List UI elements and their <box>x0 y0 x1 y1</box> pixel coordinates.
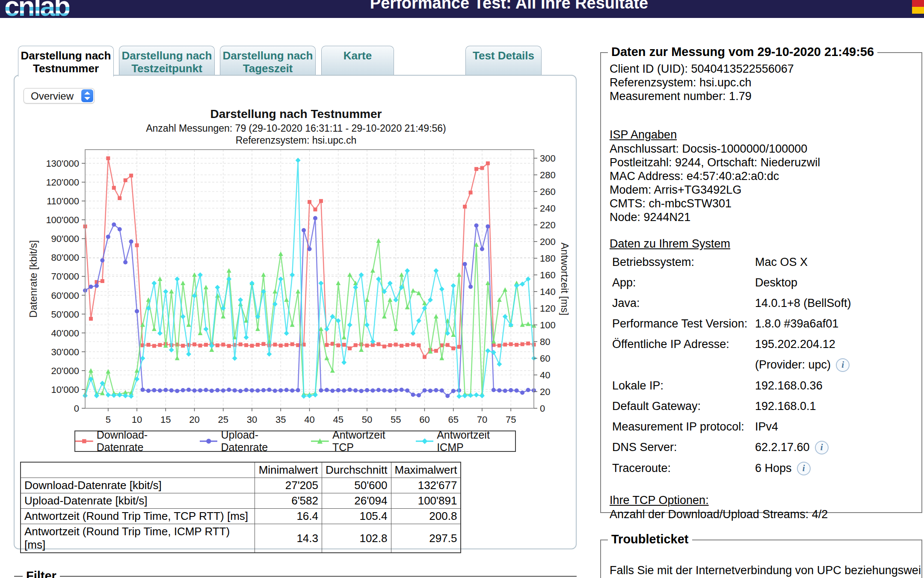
table-cell: 14.3 <box>255 524 322 553</box>
svg-text:15: 15 <box>160 414 171 425</box>
svg-text:140: 140 <box>540 286 556 297</box>
svg-text:60: 60 <box>419 414 429 425</box>
system-row-label: Java: <box>612 297 755 310</box>
table-header-empty <box>21 462 255 478</box>
view-select[interactable]: Overview <box>24 88 95 103</box>
info-icon[interactable]: i <box>836 358 850 372</box>
tcp-streams-line: Anzahl der Download/Upload Streams: 4/2 <box>610 508 916 521</box>
svg-text:40: 40 <box>304 414 314 425</box>
svg-text:110'000: 110'000 <box>47 196 79 206</box>
legend-marker-icon <box>311 437 329 445</box>
svg-text:70'000: 70'000 <box>51 271 79 282</box>
table-row-label: Antwortzeit (Round Trip Time, ICMP RTT) … <box>21 524 255 553</box>
svg-text:240: 240 <box>540 203 556 214</box>
svg-text:0: 0 <box>540 403 545 414</box>
chevron-down-icon <box>84 97 90 100</box>
system-row-label: Measurement IP protocol: <box>612 420 755 434</box>
view-select-value: Overview <box>31 90 74 102</box>
system-row-value: 1.8.0 #39a6af01 <box>755 317 838 330</box>
system-row-label: Betriebssystem: <box>612 256 755 269</box>
svg-text:75: 75 <box>506 414 516 425</box>
system-row-value: 6 Hops <box>755 462 792 475</box>
line-chart: 010'00020'00030'00040'00050'00060'00070'… <box>15 143 578 430</box>
table-row: Antwortzeit (Round Trip Time, ICMP RTT) … <box>21 524 461 553</box>
system-row: Measurement IP protocol:IPv4 <box>612 420 916 434</box>
system-row-value: Desktop <box>755 276 797 289</box>
language-flag-icon[interactable] <box>912 0 924 14</box>
cnlab-logo: cnlab <box>4 0 69 18</box>
legend-marker-icon <box>200 437 218 445</box>
header-bar: cnlab Performance Test: All Ihre Resulta… <box>0 0 924 18</box>
system-row-label: Lokale IP: <box>612 379 755 392</box>
table-row: Antwortzeit (Round Trip Time, TCP RTT) [… <box>21 509 461 524</box>
system-row-value: (Provider: upc) <box>755 358 831 372</box>
tab-darstellung-nach-testnummer[interactable]: Darstellung nach Testnummer <box>18 46 114 77</box>
troubleticket-title: Troubleticket <box>608 532 692 546</box>
isp-info-line: Postleitzahl: 9244, Ortschaft: Niederuzw… <box>610 156 916 169</box>
system-row-label: Öffentliche IP Adresse: <box>612 338 755 351</box>
svg-text:50: 50 <box>362 414 372 425</box>
svg-text:Datenrate [kbit/s]: Datenrate [kbit/s] <box>27 240 39 318</box>
svg-text:65: 65 <box>448 414 458 425</box>
svg-text:0: 0 <box>74 403 79 414</box>
isp-info-line: CMTS: ch-mbcSTW301 <box>610 197 916 210</box>
svg-text:180: 180 <box>540 253 556 264</box>
system-rows: Betriebssystem:Mac OS XApp:DesktopJava:1… <box>610 256 916 475</box>
table-cell: 102.8 <box>322 524 391 553</box>
legend-label: Antwortzeit ICMP <box>437 429 515 454</box>
table-cell: 16.4 <box>255 509 322 524</box>
table-header-min: Minimalwert <box>255 462 322 478</box>
system-row-value: 62.2.17.60 <box>755 441 810 454</box>
system-row-value: 14.0.1+8 (BellSoft) <box>755 297 851 310</box>
isp-info-line: MAC Address: e4:57:40:a2:a0:dc <box>610 170 916 183</box>
system-row: Java:14.0.1+8 (BellSoft) <box>612 297 916 310</box>
tab-test-details[interactable]: Test Details <box>465 46 542 75</box>
chart-subtitle: Anzahl Messungen: 79 (29-10-2020 16:31:1… <box>15 123 578 134</box>
svg-text:200: 200 <box>540 236 556 247</box>
system-row: DNS Server:62.2.17.60i <box>612 441 916 454</box>
legend-label: Antwortzeit TCP <box>332 429 406 454</box>
chart-panel: Overview Darstellung nach Testnummer Anz… <box>14 75 577 549</box>
measurement-info-line: Referenzsystem: hsi.upc.ch <box>610 76 916 89</box>
tab-darstellung-nach-tageszeit[interactable]: Darstellung nach Tageszeit <box>220 46 316 75</box>
svg-text:5: 5 <box>106 414 111 425</box>
legend-marker-icon <box>416 437 434 445</box>
isp-info-line: Modem: Arris+TG3492LG <box>610 183 916 197</box>
troubleticket-text: Falls Sie mit der Internetverbindung von… <box>610 564 921 577</box>
chart-title: Darstellung nach Testnummer <box>15 107 578 121</box>
table-header-row: Minimalwert Durchschnitt Maximalwert <box>21 462 461 478</box>
measurement-fieldset: Daten zur Messung vom 29-10-2020 21:49:5… <box>600 52 922 513</box>
measurement-info-line: Measurement number: 1.79 <box>610 90 916 103</box>
svg-text:25: 25 <box>218 414 228 425</box>
svg-text:100'000: 100'000 <box>46 215 79 225</box>
tab-karte[interactable]: Karte <box>321 46 394 75</box>
system-row-label: App: <box>612 276 755 289</box>
svg-text:20: 20 <box>189 414 199 425</box>
legend-label: Upload-Datenrate <box>221 429 301 454</box>
system-row: Traceroute:6 Hopsi <box>612 462 916 475</box>
table-cell: 6'582 <box>255 493 322 509</box>
svg-text:120'000: 120'000 <box>46 177 79 188</box>
legend-item: Antwortzeit ICMP <box>416 429 515 454</box>
svg-text:160: 160 <box>540 270 556 280</box>
svg-text:20: 20 <box>540 386 550 397</box>
select-stepper-icon[interactable] <box>81 89 93 102</box>
filter-fieldset: Filter <box>14 576 577 578</box>
system-row-value: IPv4 <box>755 420 778 434</box>
chart-legend: Download-DatenrateUpload-DatenrateAntwor… <box>74 431 516 452</box>
table-cell: 100'891 <box>391 493 461 509</box>
system-row: Default Gateway:192.168.0.1 <box>612 400 916 413</box>
info-icon[interactable]: i <box>815 441 829 454</box>
svg-text:60'000: 60'000 <box>51 290 79 301</box>
system-row-label: DNS Server: <box>612 441 755 454</box>
tab-darstellung-nach-testzeitpunkt[interactable]: Darstellung nach Testzeitpunkt <box>119 46 215 75</box>
system-row: (Provider: upc)i <box>612 358 916 372</box>
svg-text:280: 280 <box>540 170 556 180</box>
system-row-label: Performance Test Version: <box>612 317 755 330</box>
system-row-value: 192.168.0.36 <box>755 379 823 392</box>
legend-marker-icon <box>75 437 93 445</box>
system-row-value: 195.202.204.12 <box>755 338 835 351</box>
table-cell: 297.5 <box>391 524 461 553</box>
info-icon[interactable]: i <box>797 462 811 475</box>
svg-text:40: 40 <box>540 370 550 380</box>
